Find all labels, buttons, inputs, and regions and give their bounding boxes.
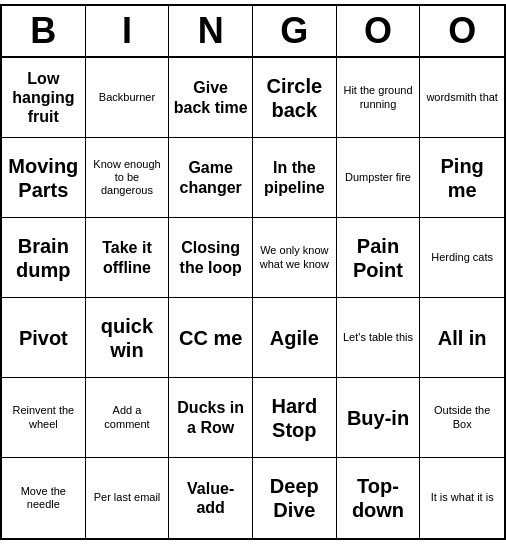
header-letter-5: O — [420, 6, 504, 56]
header-letter-2: N — [169, 6, 253, 56]
bingo-header: BINGOO — [2, 6, 504, 58]
bingo-cell-text-11: Ping me — [424, 154, 500, 202]
bingo-cell-6[interactable]: Moving Parts — [2, 138, 86, 218]
bingo-cell-text-32: Value-add — [173, 479, 248, 517]
bingo-cell-27[interactable]: Hard Stop — [253, 378, 337, 458]
bingo-cell-3[interactable]: Circle back — [253, 58, 337, 138]
bingo-cell-text-19: quick win — [90, 314, 165, 362]
bingo-cell-text-24: Reinvent the wheel — [6, 404, 81, 430]
header-letter-0: B — [2, 6, 86, 56]
bingo-cell-24[interactable]: Reinvent the wheel — [2, 378, 86, 458]
bingo-cell-0[interactable]: Low hanging fruit — [2, 58, 86, 138]
bingo-cell-13[interactable]: Take it offline — [86, 218, 170, 298]
bingo-cell-text-20: CC me — [179, 326, 242, 350]
bingo-cell-28[interactable]: Buy-in — [337, 378, 421, 458]
bingo-cell-22[interactable]: Let's table this — [337, 298, 421, 378]
bingo-cell-23[interactable]: All in — [420, 298, 504, 378]
bingo-cell-8[interactable]: Game changer — [169, 138, 253, 218]
bingo-cell-9[interactable]: In the pipeline — [253, 138, 337, 218]
bingo-cell-29[interactable]: Outside the Box — [420, 378, 504, 458]
bingo-cell-2[interactable]: Give back time — [169, 58, 253, 138]
bingo-cell-7[interactable]: Know enough to be dangerous — [86, 138, 170, 218]
header-letter-4: O — [337, 6, 421, 56]
bingo-cell-text-21: Agile — [270, 326, 319, 350]
bingo-cell-text-30: Move the needle — [6, 485, 81, 511]
bingo-cell-34[interactable]: Top-down — [337, 458, 421, 538]
bingo-cell-text-25: Add a comment — [90, 404, 165, 430]
bingo-grid: Low hanging fruitBackburnerGive back tim… — [2, 58, 504, 538]
bingo-cell-17[interactable]: Herding cats — [420, 218, 504, 298]
bingo-cell-text-5: wordsmith that — [426, 91, 498, 104]
bingo-cell-text-8: Game changer — [173, 158, 248, 196]
bingo-cell-14[interactable]: Closing the loop — [169, 218, 253, 298]
bingo-cell-text-27: Hard Stop — [257, 394, 332, 442]
bingo-cell-text-31: Per last email — [94, 491, 161, 504]
bingo-cell-20[interactable]: CC me — [169, 298, 253, 378]
bingo-cell-text-28: Buy-in — [347, 406, 409, 430]
bingo-cell-text-9: In the pipeline — [257, 158, 332, 196]
bingo-cell-text-3: Circle back — [257, 74, 332, 122]
bingo-cell-text-10: Dumpster fire — [345, 171, 411, 184]
bingo-cell-text-35: It is what it is — [431, 491, 494, 504]
bingo-cell-21[interactable]: Agile — [253, 298, 337, 378]
bingo-card: BINGOO Low hanging fruitBackburnerGive b… — [0, 4, 506, 540]
bingo-cell-1[interactable]: Backburner — [86, 58, 170, 138]
bingo-cell-text-33: Deep Dive — [257, 474, 332, 522]
bingo-cell-text-22: Let's table this — [343, 331, 413, 344]
bingo-cell-4[interactable]: Hit the ground running — [337, 58, 421, 138]
bingo-cell-11[interactable]: Ping me — [420, 138, 504, 218]
bingo-cell-text-0: Low hanging fruit — [6, 69, 81, 127]
bingo-cell-15[interactable]: We only know what we know — [253, 218, 337, 298]
bingo-cell-text-18: Pivot — [19, 326, 68, 350]
bingo-cell-35[interactable]: It is what it is — [420, 458, 504, 538]
bingo-cell-32[interactable]: Value-add — [169, 458, 253, 538]
bingo-cell-text-26: Ducks in a Row — [173, 398, 248, 436]
bingo-cell-text-15: We only know what we know — [257, 244, 332, 270]
bingo-cell-text-17: Herding cats — [431, 251, 493, 264]
bingo-cell-text-34: Top-down — [341, 474, 416, 522]
header-letter-3: G — [253, 6, 337, 56]
bingo-cell-31[interactable]: Per last email — [86, 458, 170, 538]
bingo-cell-text-29: Outside the Box — [424, 404, 500, 430]
bingo-cell-text-14: Closing the loop — [173, 238, 248, 276]
bingo-cell-30[interactable]: Move the needle — [2, 458, 86, 538]
bingo-cell-5[interactable]: wordsmith that — [420, 58, 504, 138]
bingo-cell-text-2: Give back time — [173, 78, 248, 116]
bingo-cell-text-16: Pain Point — [341, 234, 416, 282]
bingo-cell-26[interactable]: Ducks in a Row — [169, 378, 253, 458]
bingo-cell-18[interactable]: Pivot — [2, 298, 86, 378]
bingo-cell-text-4: Hit the ground running — [341, 84, 416, 110]
bingo-cell-12[interactable]: Brain dump — [2, 218, 86, 298]
bingo-cell-10[interactable]: Dumpster fire — [337, 138, 421, 218]
bingo-cell-text-23: All in — [438, 326, 487, 350]
bingo-cell-19[interactable]: quick win — [86, 298, 170, 378]
bingo-cell-16[interactable]: Pain Point — [337, 218, 421, 298]
bingo-cell-text-6: Moving Parts — [6, 154, 81, 202]
bingo-cell-25[interactable]: Add a comment — [86, 378, 170, 458]
bingo-cell-text-7: Know enough to be dangerous — [90, 158, 165, 198]
bingo-cell-text-1: Backburner — [99, 91, 155, 104]
bingo-cell-text-12: Brain dump — [6, 234, 81, 282]
header-letter-1: I — [86, 6, 170, 56]
bingo-cell-33[interactable]: Deep Dive — [253, 458, 337, 538]
bingo-cell-text-13: Take it offline — [90, 238, 165, 276]
